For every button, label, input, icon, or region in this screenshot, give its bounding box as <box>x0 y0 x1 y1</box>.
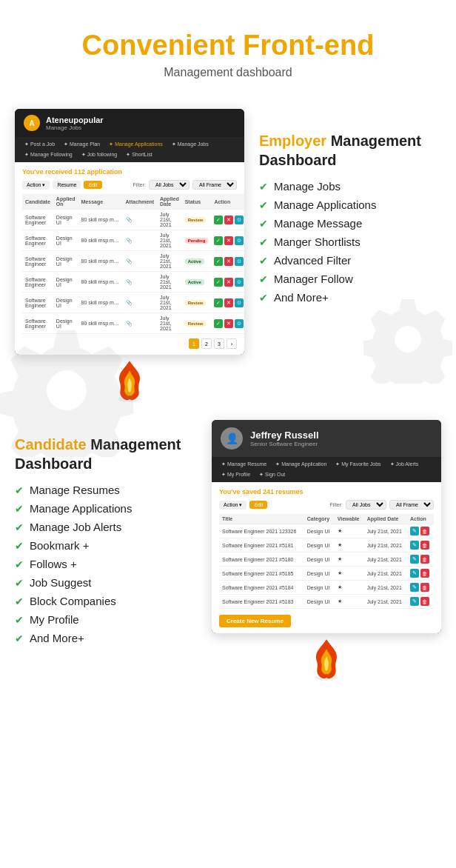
cand-nav-favorite[interactable]: ✦ My Favorite Jobs <box>332 460 384 469</box>
cand-cell-action: ✎ 🗑 <box>407 552 434 567</box>
action-approve[interactable]: ✓ <box>214 257 223 266</box>
cand-col-title: Title <box>219 514 304 524</box>
feature-label: Manage Applications <box>30 502 132 515</box>
page-3[interactable]: 3 <box>214 338 224 349</box>
filter-label: Filter: <box>133 182 147 187</box>
nav-manage-jobs[interactable]: ✦ Manage Jobs <box>168 140 212 149</box>
cand-action-delete[interactable]: 🗑 <box>420 555 429 564</box>
feature-label: Advanced Filter <box>274 254 351 267</box>
cand-all-frame-select[interactable]: All Frame <box>389 500 434 510</box>
action-reject[interactable]: ✕ <box>224 236 233 245</box>
feature-item: ✔Manage Applications <box>259 198 441 211</box>
hero-subtitle: Management dashboard <box>15 66 441 79</box>
cell-candidate: Software Engineer <box>22 230 53 251</box>
action-approve[interactable]: ✓ <box>214 298 223 307</box>
cell-date: July 21st, 2021 <box>157 293 182 313</box>
feature-label: Bookmark + <box>30 539 89 552</box>
cand-action-delete[interactable]: 🗑 <box>420 583 429 592</box>
cand-col-date: Applied Date <box>364 514 407 524</box>
cand-nav-profile[interactable]: ✦ My Profile <box>218 470 254 479</box>
cand-cell-category: Design UI <box>304 567 335 581</box>
cell-candidate: Software Engineer <box>22 293 53 313</box>
nav-post-job[interactable]: ✦ Post a Job <box>21 140 58 149</box>
check-icon: ✔ <box>259 236 268 248</box>
action-view[interactable]: ⊙ <box>235 298 244 307</box>
resume-button[interactable]: Resume <box>53 181 81 189</box>
action-view[interactable]: ⊙ <box>235 236 244 245</box>
page-next[interactable]: › <box>227 338 237 349</box>
cell-message: 80 skill msp msp msp grm... <box>78 272 123 293</box>
page-1[interactable]: 1 <box>189 338 199 349</box>
edit-button[interactable]: Edit <box>84 181 101 189</box>
check-icon: ✔ <box>15 614 24 626</box>
cand-action-view[interactable]: ✎ <box>410 569 419 578</box>
candidate-dash-body: You've saved 241 resumes Action ▾ Edit F… <box>212 482 441 633</box>
cand-action-button[interactable]: Action ▾ <box>219 501 247 510</box>
create-resume-button[interactable]: Create New Resume <box>219 615 291 627</box>
cand-action-delete[interactable]: 🗑 <box>420 569 429 578</box>
cand-all-jobs-select[interactable]: All Jobs <box>346 500 386 510</box>
cand-action-view[interactable]: ✎ <box>410 597 419 606</box>
check-icon: ✔ <box>259 255 268 267</box>
candidate-features-block: Candidate Management Dashboard ✔Manage R… <box>15 420 197 658</box>
feature-item: ✔Manage Resumes <box>15 484 197 496</box>
cand-cell-title: Software Engineer 2021 #5185 <box>219 567 304 581</box>
page-2[interactable]: 2 <box>201 338 212 349</box>
feature-label: Job Suggest <box>30 576 91 589</box>
action-approve[interactable]: ✓ <box>214 278 223 287</box>
action-view[interactable]: ⊙ <box>235 319 244 328</box>
feature-label: My Profile <box>30 613 79 626</box>
cell-date: July 21st, 2021 <box>157 272 182 293</box>
cand-edit-button[interactable]: Edit <box>249 501 267 509</box>
cand-cell-title: Software Engineer 2021 #5183 <box>219 595 304 609</box>
action-approve[interactable]: ✓ <box>214 319 223 328</box>
all-frame-select[interactable]: All Frame <box>192 180 237 190</box>
col-action: Action <box>211 194 244 210</box>
check-icon: ✔ <box>259 218 268 230</box>
cell-action: ✓ ✕ ⊙ <box>211 251 244 272</box>
action-button[interactable]: Action ▾ <box>22 181 50 190</box>
cand-action-view[interactable]: ✎ <box>410 541 419 550</box>
hero-title: Convenient Front-end <box>15 30 441 61</box>
gear-decoration-area <box>259 317 441 376</box>
action-reject[interactable]: ✕ <box>224 319 233 328</box>
candidate-flame-icon <box>304 636 349 681</box>
action-reject[interactable]: ✕ <box>224 216 233 224</box>
check-icon: ✔ <box>15 503 24 515</box>
feature-label: Follows + <box>30 558 77 570</box>
cand-action-view[interactable]: ✎ <box>410 583 419 592</box>
table-row: Software Engineer 2021 #5184 Design UI ★… <box>219 581 434 595</box>
action-approve[interactable]: ✓ <box>214 236 223 245</box>
cand-nav-signout[interactable]: ✦ Sign Out <box>255 470 289 479</box>
cand-cell-date: July 21st, 2021 <box>364 581 407 595</box>
cand-cell-action: ✎ 🗑 <box>407 581 434 595</box>
cand-cell-viewable: ★ <box>335 581 364 595</box>
nav-job-following[interactable]: ✦ Job following <box>78 150 121 159</box>
nav-manage-applications[interactable]: ✦ Manage Applications <box>105 140 167 149</box>
action-approve[interactable]: ✓ <box>214 216 223 224</box>
all-jobs-select[interactable]: All Jobs <box>149 180 190 190</box>
nav-manage-plan[interactable]: ✦ Manage Plan <box>60 140 104 149</box>
check-icon: ✔ <box>259 273 268 285</box>
check-icon: ✔ <box>259 181 268 193</box>
feature-item: ✔Block Companies <box>15 595 197 607</box>
cand-cell-title: Software Engineer 2021 123326 <box>219 524 304 538</box>
action-reject[interactable]: ✕ <box>224 278 233 287</box>
cand-nav-resume[interactable]: ✦ Manage Resume <box>218 460 270 469</box>
cand-action-view[interactable]: ✎ <box>410 527 419 535</box>
cand-action-delete[interactable]: 🗑 <box>420 527 429 535</box>
employer-received-text: You've received 112 application <box>22 168 237 176</box>
cand-action-view[interactable]: ✎ <box>410 555 419 564</box>
action-reject[interactable]: ✕ <box>224 298 233 307</box>
cand-nav-application[interactable]: ✦ Manage Application <box>272 460 330 469</box>
nav-shortlist[interactable]: ✦ ShortList <box>122 150 156 159</box>
cand-action-delete[interactable]: 🗑 <box>420 541 429 550</box>
cand-action-delete[interactable]: 🗑 <box>420 597 429 606</box>
action-view[interactable]: ⊙ <box>235 216 244 224</box>
hero-title-black: Convenient <box>82 30 235 61</box>
action-view[interactable]: ⊙ <box>235 278 244 287</box>
nav-manage-following[interactable]: ✦ Manage Following <box>21 150 76 159</box>
cand-nav-alerts[interactable]: ✦ Job Alerts <box>386 460 423 469</box>
action-reject[interactable]: ✕ <box>224 257 233 266</box>
action-view[interactable]: ⊙ <box>235 257 244 266</box>
